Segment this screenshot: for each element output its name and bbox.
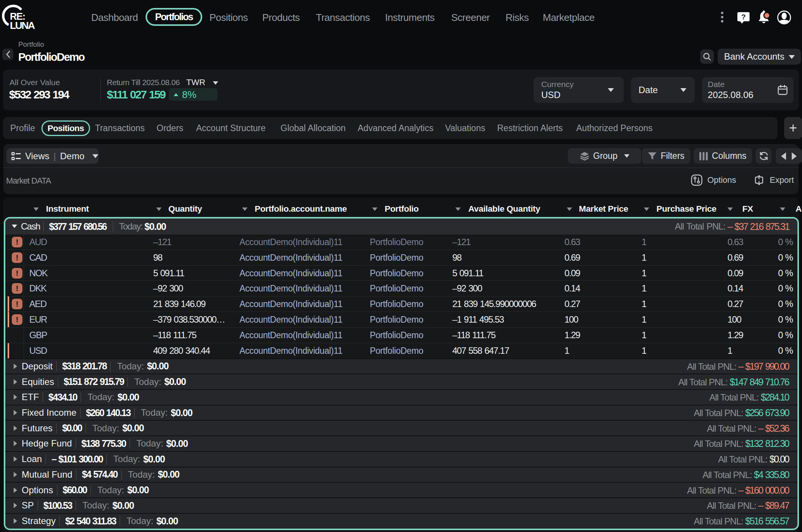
svg-text:LUNA: LUNA: [10, 20, 35, 31]
svg-text:?: ?: [741, 13, 746, 21]
